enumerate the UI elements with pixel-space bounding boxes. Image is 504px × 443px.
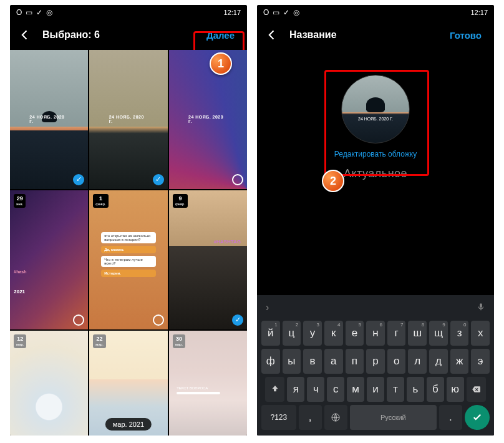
chevron-right-icon[interactable]: ›: [266, 302, 269, 313]
thumb-date-overlay: 24 НОЯБ. 2020 Г.: [188, 115, 228, 124]
keyboard-row: ячсмитьбю: [261, 377, 490, 402]
date-chip: 12мар.: [14, 334, 26, 348]
selection-indicator[interactable]: [73, 174, 84, 185]
key[interactable]: з0: [450, 321, 469, 346]
key[interactable]: ф: [261, 349, 280, 374]
slider-widget: ТЕКСТ ВОПРОСА: [177, 386, 239, 399]
key[interactable]: в: [303, 349, 322, 374]
date-chip: 1февр.: [93, 194, 108, 208]
mic-icon[interactable]: [477, 303, 485, 313]
key[interactable]: п: [346, 349, 364, 374]
key[interactable]: к4: [324, 321, 343, 346]
period-key[interactable]: .: [439, 405, 462, 430]
key[interactable]: х: [471, 321, 490, 346]
story-thumb[interactable]: 24 НОЯБ. 2020 Г.: [89, 50, 167, 189]
edit-cover-link[interactable]: Редактировать обложку: [334, 150, 417, 158]
screenshot-right: O ▭ ✓ ◎ 12:17 Название Готово 24 НОЯБ. 2…: [257, 5, 494, 436]
key[interactable]: щ9: [429, 321, 448, 346]
language-key[interactable]: [324, 405, 347, 430]
enter-key[interactable]: [465, 405, 490, 430]
selection-indicator[interactable]: [153, 174, 164, 185]
key[interactable]: е5: [346, 321, 364, 346]
key[interactable]: у3: [303, 321, 322, 346]
story-thumb[interactable]: 30мар. ТЕКСТ ВОПРОСА: [169, 331, 247, 436]
key[interactable]: ш8: [408, 321, 427, 346]
status-clock: 12:17: [470, 9, 488, 16]
soft-keyboard: › й1ц2у3к4е5н6г7ш8щ9з0х фывапролджэ ячсм…: [257, 295, 494, 436]
story-thumb[interactable]: 12мар.: [10, 331, 88, 436]
date-chip: 22мар.: [93, 334, 105, 348]
annotation-badge-1: 1: [210, 52, 232, 75]
cover-caption: 24 НОЯБ. 2020 Г.: [342, 117, 409, 121]
hashtag-text: #hash: [14, 270, 26, 274]
selection-indicator[interactable]: [232, 174, 243, 185]
page-title: Название: [289, 29, 445, 41]
story-thumb[interactable]: 24 НОЯБ. 2020 Г.: [169, 50, 247, 189]
screenshot-left: O ▭ ✓ ◎ 12:17 Выбрано: 6 Далее 1 24 НОЯБ…: [10, 5, 247, 436]
status-icon: ▭: [273, 8, 279, 17]
key[interactable]: я: [287, 377, 304, 402]
shift-key[interactable]: [265, 377, 284, 402]
key[interactable]: о: [387, 349, 406, 374]
back-button[interactable]: [17, 27, 32, 42]
story-thumb[interactable]: 9февр. #HASHTAG: [169, 190, 247, 329]
key[interactable]: ь: [407, 377, 424, 402]
key[interactable]: ч: [307, 377, 324, 402]
done-button[interactable]: Готово: [445, 27, 487, 43]
thumb-date-overlay: 24 НОЯБ. 2020 Г.: [29, 115, 69, 124]
annotation-badge-2: 2: [322, 170, 344, 192]
hashtag-text: #HASHTAG: [214, 239, 241, 245]
key[interactable]: г7: [387, 321, 406, 346]
key[interactable]: ц2: [283, 321, 301, 346]
date-chip: 30мар.: [173, 334, 185, 348]
highlight-name-input[interactable]: Актуальное: [344, 167, 407, 180]
key[interactable]: и: [367, 377, 384, 402]
status-icon: O: [16, 8, 22, 17]
key[interactable]: м: [347, 377, 364, 402]
key[interactable]: ю: [447, 377, 464, 402]
selection-count-title: Выбрано: 6: [42, 29, 201, 41]
highlight-cover[interactable]: 24 НОЯБ. 2020 Г.: [341, 75, 410, 144]
key[interactable]: с: [327, 377, 344, 402]
keyboard-row: ?123 , Русский .: [261, 405, 490, 430]
status-icon: ◎: [293, 8, 299, 17]
key[interactable]: н6: [366, 321, 385, 346]
key[interactable]: д: [429, 349, 448, 374]
next-button[interactable]: Далее: [201, 27, 240, 43]
selection-indicator[interactable]: [153, 314, 164, 326]
thumb-date-overlay: 24 НОЯБ. 2020 Г.: [109, 115, 148, 124]
story-thumb[interactable]: 24 НОЯБ. 2020 Г.: [10, 50, 88, 189]
selection-indicator[interactable]: [73, 314, 84, 326]
app-bar: Выбрано: 6 Далее: [10, 20, 247, 50]
date-chip: 9февр.: [173, 194, 188, 208]
status-bar: O ▭ ✓ ◎ 12:17: [10, 5, 247, 20]
key[interactable]: л: [408, 349, 427, 374]
spacebar-key[interactable]: Русский: [350, 405, 437, 430]
status-icon: ✓: [283, 8, 289, 17]
keyboard-row: фывапролджэ: [261, 349, 490, 374]
selection-indicator[interactable]: [232, 314, 243, 326]
back-button[interactable]: [264, 27, 279, 42]
status-icon: ▭: [26, 8, 32, 17]
stories-grid: 24 НОЯБ. 2020 Г. 24 НОЯБ. 2020 Г. 24 НОЯ…: [10, 50, 247, 436]
year-text: 2021: [14, 289, 25, 295]
status-icon: ◎: [46, 8, 52, 17]
comma-key[interactable]: ,: [299, 405, 322, 430]
symbols-key[interactable]: ?123: [261, 405, 296, 430]
key[interactable]: т: [387, 377, 404, 402]
story-thumb[interactable]: 1февр. это открытая на несколько вопросо…: [89, 190, 167, 329]
key[interactable]: й1: [261, 321, 280, 346]
key[interactable]: б: [427, 377, 444, 402]
key[interactable]: э: [471, 349, 490, 374]
status-icon: O: [263, 8, 269, 17]
month-scroll-pill: мар. 2021: [105, 418, 152, 431]
key[interactable]: р: [366, 349, 385, 374]
status-clock: 12:17: [223, 9, 241, 16]
story-thumb[interactable]: 29янв. #hash 2021: [10, 190, 88, 329]
key[interactable]: ы: [283, 349, 301, 374]
key[interactable]: ж: [450, 349, 469, 374]
status-icon: ✓: [36, 8, 42, 17]
backspace-key[interactable]: [467, 377, 486, 402]
poll-widget: это открытая на несколько вопросов в ист…: [101, 232, 156, 277]
key[interactable]: а: [324, 349, 343, 374]
